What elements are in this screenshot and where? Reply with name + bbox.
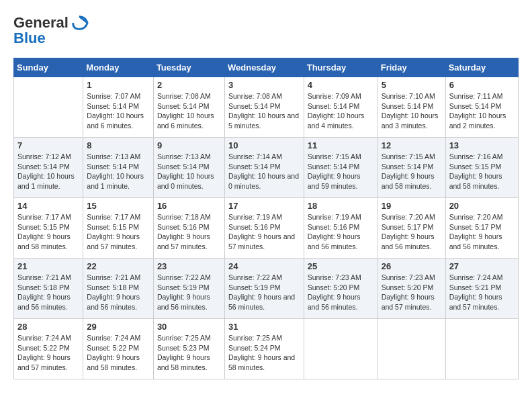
day-number: 5 xyxy=(382,80,442,90)
calendar-cell: 9Sunrise: 7:13 AMSunset: 5:14 PMDaylight… xyxy=(153,138,224,198)
day-number: 27 xyxy=(449,261,515,271)
calendar-cell: 12Sunrise: 7:15 AMSunset: 5:14 PMDayligh… xyxy=(378,138,445,198)
weekday-header: Sunday xyxy=(14,58,83,77)
day-number: 11 xyxy=(308,140,374,150)
day-number: 30 xyxy=(157,322,221,332)
day-info: Sunrise: 7:23 AMSunset: 5:20 PMDaylight:… xyxy=(308,273,374,312)
calendar-cell: 26Sunrise: 7:23 AMSunset: 5:20 PMDayligh… xyxy=(378,259,445,319)
weekday-header: Tuesday xyxy=(153,58,224,77)
day-info: Sunrise: 7:19 AMSunset: 5:16 PMDaylight:… xyxy=(308,212,374,252)
day-number: 23 xyxy=(157,261,221,271)
day-info: Sunrise: 7:15 AMSunset: 5:14 PMDaylight:… xyxy=(382,152,442,191)
day-number: 24 xyxy=(228,261,300,271)
calendar-cell: 11Sunrise: 7:15 AMSunset: 5:14 PMDayligh… xyxy=(304,138,378,198)
day-info: Sunrise: 7:24 AMSunset: 5:21 PMDaylight:… xyxy=(449,273,515,312)
calendar-cell: 19Sunrise: 7:20 AMSunset: 5:17 PMDayligh… xyxy=(378,198,445,259)
day-info: Sunrise: 7:24 AMSunset: 5:22 PMDaylight:… xyxy=(87,333,150,373)
day-info: Sunrise: 7:13 AMSunset: 5:14 PMDaylight:… xyxy=(87,152,150,191)
calendar-cell: 21Sunrise: 7:21 AMSunset: 5:18 PMDayligh… xyxy=(14,259,83,319)
calendar-cell: 8Sunrise: 7:13 AMSunset: 5:14 PMDaylight… xyxy=(83,138,154,198)
day-info: Sunrise: 7:21 AMSunset: 5:18 PMDaylight:… xyxy=(17,273,79,312)
day-info: Sunrise: 7:20 AMSunset: 5:17 PMDaylight:… xyxy=(449,212,515,252)
day-number: 25 xyxy=(308,261,374,271)
calendar-cell: 13Sunrise: 7:16 AMSunset: 5:15 PMDayligh… xyxy=(445,138,518,198)
day-number: 9 xyxy=(157,140,221,150)
weekday-header: Friday xyxy=(378,58,445,77)
calendar-cell: 25Sunrise: 7:23 AMSunset: 5:20 PMDayligh… xyxy=(304,259,378,319)
weekday-header: Saturday xyxy=(445,58,518,77)
day-info: Sunrise: 7:18 AMSunset: 5:16 PMDaylight:… xyxy=(157,212,221,252)
day-info: Sunrise: 7:22 AMSunset: 5:19 PMDaylight:… xyxy=(157,273,221,312)
day-number: 29 xyxy=(87,322,150,332)
day-info: Sunrise: 7:15 AMSunset: 5:14 PMDaylight:… xyxy=(308,152,374,191)
calendar-cell: 17Sunrise: 7:19 AMSunset: 5:16 PMDayligh… xyxy=(224,198,304,259)
day-info: Sunrise: 7:20 AMSunset: 5:17 PMDaylight:… xyxy=(382,212,442,252)
calendar-cell: 31Sunrise: 7:25 AMSunset: 5:24 PMDayligh… xyxy=(224,319,304,379)
day-info: Sunrise: 7:21 AMSunset: 5:18 PMDaylight:… xyxy=(87,273,150,312)
calendar-week-row: 7Sunrise: 7:12 AMSunset: 5:14 PMDaylight… xyxy=(14,138,519,198)
weekday-header: Wednesday xyxy=(224,58,304,77)
day-number: 17 xyxy=(228,201,300,211)
day-number: 19 xyxy=(382,201,442,211)
day-number: 3 xyxy=(228,80,300,90)
day-info: Sunrise: 7:13 AMSunset: 5:14 PMDaylight:… xyxy=(157,152,221,191)
day-number: 21 xyxy=(17,261,79,271)
calendar-cell: 7Sunrise: 7:12 AMSunset: 5:14 PMDaylight… xyxy=(14,138,83,198)
day-number: 12 xyxy=(382,140,442,150)
calendar-week-row: 14Sunrise: 7:17 AMSunset: 5:15 PMDayligh… xyxy=(14,198,519,259)
day-info: Sunrise: 7:16 AMSunset: 5:15 PMDaylight:… xyxy=(449,152,515,191)
calendar-cell: 4Sunrise: 7:09 AMSunset: 5:14 PMDaylight… xyxy=(304,77,378,138)
calendar-cell: 15Sunrise: 7:17 AMSunset: 5:15 PMDayligh… xyxy=(83,198,154,259)
calendar-cell xyxy=(378,319,445,379)
day-info: Sunrise: 7:19 AMSunset: 5:16 PMDaylight:… xyxy=(228,212,300,252)
weekday-header: Thursday xyxy=(304,58,378,77)
day-number: 26 xyxy=(382,261,442,271)
calendar-cell: 22Sunrise: 7:21 AMSunset: 5:18 PMDayligh… xyxy=(83,259,154,319)
calendar-cell: 2Sunrise: 7:08 AMSunset: 5:14 PMDaylight… xyxy=(153,77,224,138)
day-info: Sunrise: 7:07 AMSunset: 5:14 PMDaylight:… xyxy=(87,91,150,131)
day-info: Sunrise: 7:14 AMSunset: 5:14 PMDaylight:… xyxy=(228,152,300,191)
calendar-week-row: 1Sunrise: 7:07 AMSunset: 5:14 PMDaylight… xyxy=(14,77,519,138)
day-number: 13 xyxy=(449,140,515,150)
calendar-header-row: SundayMondayTuesdayWednesdayThursdayFrid… xyxy=(14,58,519,77)
calendar-cell: 14Sunrise: 7:17 AMSunset: 5:15 PMDayligh… xyxy=(14,198,83,259)
day-info: Sunrise: 7:08 AMSunset: 5:14 PMDaylight:… xyxy=(157,91,221,131)
day-number: 4 xyxy=(308,80,374,90)
day-number: 15 xyxy=(87,201,150,211)
day-number: 31 xyxy=(228,322,300,332)
calendar-cell: 16Sunrise: 7:18 AMSunset: 5:16 PMDayligh… xyxy=(153,198,224,259)
day-number: 16 xyxy=(157,201,221,211)
calendar-cell: 18Sunrise: 7:19 AMSunset: 5:16 PMDayligh… xyxy=(304,198,378,259)
calendar-cell xyxy=(14,77,83,138)
day-number: 8 xyxy=(87,140,150,150)
day-number: 20 xyxy=(449,201,515,211)
calendar-cell: 10Sunrise: 7:14 AMSunset: 5:14 PMDayligh… xyxy=(224,138,304,198)
calendar-cell: 20Sunrise: 7:20 AMSunset: 5:17 PMDayligh… xyxy=(445,198,518,259)
calendar-cell xyxy=(445,319,518,379)
calendar-table: SundayMondayTuesdayWednesdayThursdayFrid… xyxy=(13,58,519,379)
day-info: Sunrise: 7:17 AMSunset: 5:15 PMDaylight:… xyxy=(17,212,79,252)
calendar-cell xyxy=(304,319,378,379)
calendar-cell: 1Sunrise: 7:07 AMSunset: 5:14 PMDaylight… xyxy=(83,77,154,138)
calendar-cell: 3Sunrise: 7:08 AMSunset: 5:14 PMDaylight… xyxy=(224,77,304,138)
day-info: Sunrise: 7:25 AMSunset: 5:23 PMDaylight:… xyxy=(157,333,221,373)
weekday-header: Monday xyxy=(83,58,154,77)
day-number: 22 xyxy=(87,261,150,271)
day-number: 14 xyxy=(17,201,79,211)
day-info: Sunrise: 7:12 AMSunset: 5:14 PMDaylight:… xyxy=(17,152,79,191)
day-number: 18 xyxy=(308,201,374,211)
calendar-cell: 23Sunrise: 7:22 AMSunset: 5:19 PMDayligh… xyxy=(153,259,224,319)
day-number: 1 xyxy=(87,80,150,90)
day-info: Sunrise: 7:24 AMSunset: 5:22 PMDaylight:… xyxy=(17,333,79,373)
logo: General Blue xyxy=(13,13,89,47)
day-number: 2 xyxy=(157,80,221,90)
calendar-week-row: 21Sunrise: 7:21 AMSunset: 5:18 PMDayligh… xyxy=(14,259,519,319)
calendar-cell: 29Sunrise: 7:24 AMSunset: 5:22 PMDayligh… xyxy=(83,319,154,379)
day-info: Sunrise: 7:25 AMSunset: 5:24 PMDaylight:… xyxy=(228,333,300,373)
calendar-cell: 5Sunrise: 7:10 AMSunset: 5:14 PMDaylight… xyxy=(378,77,445,138)
logo-icon xyxy=(70,13,89,32)
day-info: Sunrise: 7:10 AMSunset: 5:14 PMDaylight:… xyxy=(382,91,442,131)
day-info: Sunrise: 7:11 AMSunset: 5:14 PMDaylight:… xyxy=(449,91,515,131)
calendar-cell: 27Sunrise: 7:24 AMSunset: 5:21 PMDayligh… xyxy=(445,259,518,319)
day-number: 10 xyxy=(228,140,300,150)
